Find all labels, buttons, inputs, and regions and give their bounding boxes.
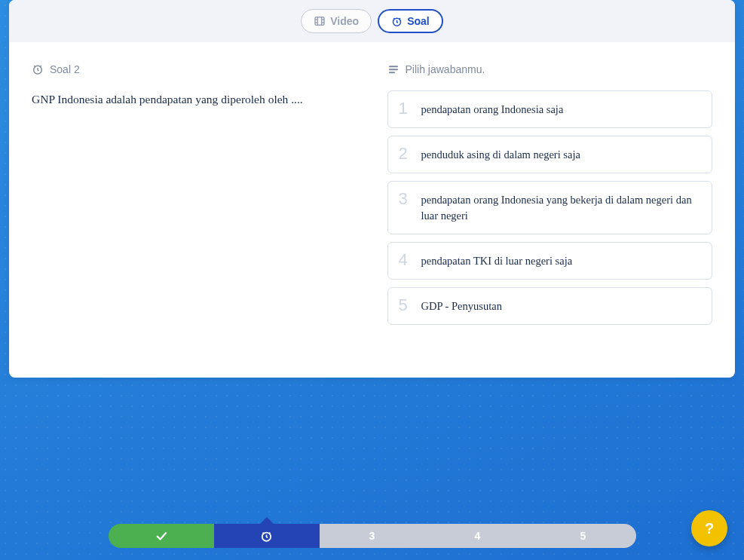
answer-number: 3 <box>399 191 411 207</box>
answer-option-2[interactable]: 2 penduduk asing di dalam negeri saja <box>387 136 713 173</box>
answer-number: 2 <box>399 145 411 162</box>
help-icon: ? <box>705 520 714 537</box>
progress-bar: 3 4 5 <box>109 524 636 548</box>
progress-segment-2[interactable] <box>214 524 320 548</box>
svg-rect-0 <box>315 17 324 26</box>
answer-text: penduduk asing di dalam negeri saja <box>421 145 580 164</box>
progress-label: 3 <box>369 530 375 542</box>
list-icon <box>387 63 400 75</box>
svg-rect-10 <box>389 69 398 70</box>
tab-soal-label: Soal <box>407 15 430 27</box>
answers-instruction: Pilih jawabanmu. <box>406 63 485 75</box>
tab-video[interactable]: Video <box>301 9 372 33</box>
film-icon <box>314 15 326 27</box>
progress-segment-1[interactable] <box>109 524 214 548</box>
svg-rect-9 <box>389 66 398 67</box>
question-label-row: Soal 2 <box>32 63 357 75</box>
progress-segment-4[interactable]: 4 <box>425 524 531 548</box>
progress-label: 5 <box>580 530 586 542</box>
answer-text: pendapatan orang Indonesia saja <box>421 100 564 118</box>
question-column: Soal 2 GNP Indonesia adalah pendapatan y… <box>32 63 357 332</box>
answer-text: pendapatan TKI di luar negeri saja <box>421 252 573 270</box>
answer-number: 4 <box>399 252 411 268</box>
answer-option-3[interactable]: 3 pendapatan orang Indonesia yang bekerj… <box>387 181 713 235</box>
answer-option-5[interactable]: 5 GDP - Penyusutan <box>387 287 713 325</box>
tab-soal[interactable]: Soal <box>378 9 443 33</box>
tab-bar: Video Soal <box>9 0 735 42</box>
answer-text: GDP - Penyusutan <box>421 297 502 315</box>
progress-label: 4 <box>475 530 481 542</box>
question-text: GNP Indonesia adalah pendapatan yang dip… <box>32 90 357 109</box>
answers-label-row: Pilih jawabanmu. <box>387 63 713 75</box>
card-body: Soal 2 GNP Indonesia adalah pendapatan y… <box>9 42 735 378</box>
check-icon <box>155 529 168 543</box>
progress-segment-3[interactable]: 3 <box>320 524 425 548</box>
quiz-card: Video Soal <box>9 0 735 378</box>
help-button[interactable]: ? <box>691 510 727 546</box>
answer-option-4[interactable]: 4 pendapatan TKI di luar negeri saja <box>387 242 713 280</box>
timer-icon <box>32 63 44 75</box>
answers-column: Pilih jawabanmu. 1 pendapatan orang Indo… <box>387 63 713 332</box>
answer-number: 5 <box>399 297 411 314</box>
answer-text: pendapatan orang Indonesia yang bekerja … <box>421 191 702 225</box>
progress-segment-5[interactable]: 5 <box>531 524 636 548</box>
answer-option-1[interactable]: 1 pendapatan orang Indonesia saja <box>387 90 713 128</box>
question-number-label: Soal 2 <box>50 63 80 75</box>
answer-number: 1 <box>399 100 411 117</box>
svg-rect-11 <box>389 72 395 73</box>
tab-video-label: Video <box>330 15 359 27</box>
timer-icon <box>260 530 273 543</box>
timer-icon <box>391 16 403 27</box>
